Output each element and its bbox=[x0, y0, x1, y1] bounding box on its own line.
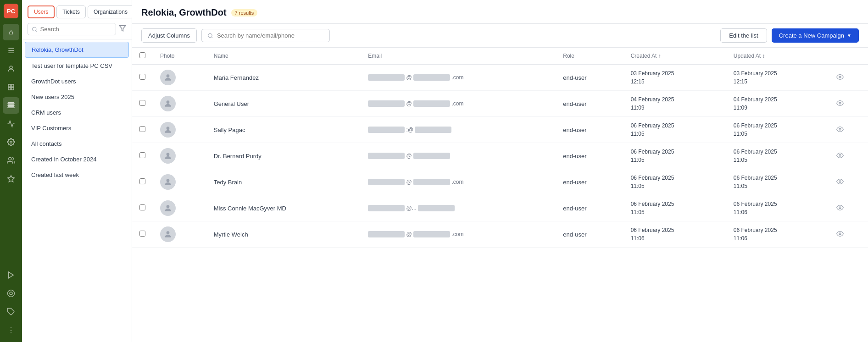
sidebar-item-vip[interactable]: VIP Customers bbox=[25, 121, 129, 136]
svg-point-8 bbox=[10, 141, 12, 143]
email-blur-left bbox=[368, 205, 405, 211]
row-checkbox-cell bbox=[132, 91, 153, 117]
select-all-checkbox[interactable] bbox=[139, 52, 145, 58]
view-icon[interactable] bbox=[836, 100, 844, 108]
row-checkbox-6[interactable] bbox=[139, 231, 145, 237]
role-cell: end-user bbox=[556, 169, 623, 195]
email-separator: @ bbox=[406, 100, 412, 107]
svg-point-32 bbox=[167, 231, 170, 234]
table-search-field[interactable] bbox=[201, 29, 330, 42]
view-icon[interactable] bbox=[836, 179, 844, 187]
sidebar-item-october[interactable]: Created in October 2024 bbox=[25, 152, 129, 167]
video-icon[interactable] bbox=[3, 267, 19, 283]
view-icon[interactable] bbox=[836, 205, 844, 213]
sidebar-item-growthdot-users[interactable]: GrowthDot users bbox=[25, 74, 129, 89]
search-row bbox=[28, 23, 126, 35]
role-col-header: Role bbox=[556, 48, 623, 65]
row-checkbox-3[interactable] bbox=[139, 152, 145, 158]
row-checkbox-1[interactable] bbox=[139, 100, 145, 106]
photo-cell bbox=[153, 91, 206, 117]
search-box[interactable] bbox=[28, 23, 116, 35]
chart-icon[interactable] bbox=[3, 116, 19, 132]
row-checkbox-0[interactable] bbox=[139, 74, 145, 80]
updated-at-col-header[interactable]: Updated At ↕ bbox=[726, 48, 829, 65]
email-blur-right bbox=[418, 205, 455, 211]
view-icon[interactable] bbox=[836, 153, 844, 160]
filter-icon[interactable] bbox=[119, 25, 126, 33]
more-dots-icon[interactable]: ⋮ bbox=[3, 322, 19, 338]
svg-rect-6 bbox=[8, 105, 14, 106]
layers-icon[interactable] bbox=[3, 79, 19, 95]
table-row: Miss Connie MacGyver MD @... end-user 06… bbox=[132, 195, 868, 221]
row-checkbox-cell bbox=[132, 195, 153, 221]
updated-at-cell: 06 February 202511:05 bbox=[726, 143, 829, 169]
home-icon[interactable]: ⌂ bbox=[3, 24, 19, 40]
create-campaign-button[interactable]: Create a New Campaign ▼ bbox=[772, 28, 859, 43]
app-logo[interactable]: PC bbox=[4, 4, 18, 18]
svg-marker-11 bbox=[9, 272, 14, 278]
svg-point-25 bbox=[839, 128, 841, 130]
view-icon[interactable] bbox=[836, 231, 844, 239]
svg-rect-2 bbox=[11, 84, 14, 87]
list-icon[interactable] bbox=[3, 97, 19, 114]
table-row: Maria Fernandez @ .com end-user 03 Febru… bbox=[132, 65, 868, 91]
svg-rect-3 bbox=[8, 88, 11, 90]
users-table: Photo Name Email Role Created At ↑ Updat… bbox=[132, 48, 868, 248]
email-blur-left bbox=[368, 74, 405, 81]
row-checkbox-5[interactable] bbox=[139, 204, 145, 210]
email-suffix: .com bbox=[451, 100, 463, 107]
tab-tickets[interactable]: Tickets bbox=[56, 6, 86, 18]
view-icon[interactable] bbox=[836, 74, 844, 82]
updated-at-cell: 06 February 202511:06 bbox=[726, 195, 829, 221]
row-checkbox-2[interactable] bbox=[139, 126, 145, 132]
sidebar-item-all-contacts[interactable]: All contacts bbox=[25, 136, 129, 151]
select-all-col bbox=[132, 48, 153, 65]
svg-point-30 bbox=[167, 205, 170, 208]
created-at-cell: 04 February 202511:09 bbox=[623, 91, 726, 117]
puzzle-icon[interactable] bbox=[3, 303, 19, 320]
edit-list-button[interactable]: Edit the list bbox=[720, 28, 767, 43]
inbox-icon[interactable]: ☰ bbox=[3, 42, 19, 59]
created-at-col-header[interactable]: Created At ↑ bbox=[623, 48, 726, 65]
avatar bbox=[160, 96, 176, 111]
svg-point-0 bbox=[10, 66, 12, 69]
svg-point-22 bbox=[167, 100, 170, 104]
updated-at-cell: 04 February 202511:09 bbox=[726, 91, 829, 117]
table-row: Tedy Brain @ .com end-user 06 February 2… bbox=[132, 169, 868, 195]
actions-cell bbox=[829, 91, 868, 117]
name-cell: Sally Pagac bbox=[206, 117, 361, 143]
actions-cell bbox=[829, 169, 868, 195]
email-suffix: .com bbox=[451, 74, 463, 81]
svg-point-18 bbox=[208, 33, 212, 38]
gear-rail-icon[interactable] bbox=[3, 134, 19, 150]
users-rail-icon[interactable] bbox=[3, 61, 19, 77]
team-icon[interactable] bbox=[3, 152, 19, 169]
tab-users[interactable]: Users bbox=[28, 6, 55, 18]
avatar bbox=[160, 174, 176, 190]
avatar bbox=[160, 226, 176, 242]
row-checkbox-cell bbox=[132, 143, 153, 169]
sidebar-item-crm-users[interactable]: CRM users bbox=[25, 105, 129, 120]
sidebar-item-last-week[interactable]: Created last week bbox=[25, 167, 129, 182]
search-input[interactable] bbox=[40, 26, 112, 33]
photo-cell bbox=[153, 65, 206, 91]
circle-rail-icon[interactable] bbox=[3, 285, 19, 302]
page-title: Relokia, GrowthDot bbox=[141, 7, 227, 18]
sidebar-item-test-user[interactable]: Test user for template PC CSV bbox=[25, 58, 129, 73]
sidebar-item-new-users[interactable]: New users 2025 bbox=[25, 89, 129, 105]
table-container: Photo Name Email Role Created At ↑ Updat… bbox=[132, 48, 868, 342]
tab-organizations[interactable]: Organizations bbox=[88, 6, 134, 18]
svg-rect-5 bbox=[8, 103, 14, 104]
view-icon[interactable] bbox=[836, 127, 844, 134]
email-cell: @ .com bbox=[361, 221, 556, 248]
star-icon[interactable] bbox=[3, 171, 19, 187]
avatar bbox=[160, 122, 176, 138]
row-checkbox-4[interactable] bbox=[139, 178, 145, 184]
row-checkbox-cell bbox=[132, 221, 153, 248]
created-at-cell: 06 February 202511:05 bbox=[623, 195, 726, 221]
email-blur-left bbox=[368, 231, 405, 237]
sidebar-item-relokia[interactable]: Relokia, GrowthDot bbox=[25, 42, 129, 58]
table-search-input[interactable] bbox=[217, 32, 324, 39]
adjust-columns-button[interactable]: Adjust Columns bbox=[141, 28, 197, 43]
updated-at-cell: 06 February 202511:05 bbox=[726, 117, 829, 143]
